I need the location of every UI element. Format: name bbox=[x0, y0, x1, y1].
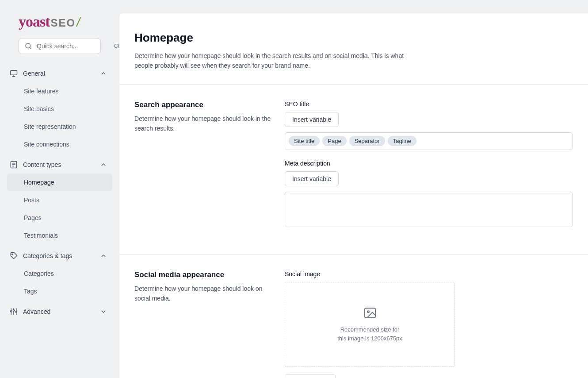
meta-description-input[interactable] bbox=[285, 192, 573, 227]
variable-token[interactable]: Site title bbox=[289, 136, 320, 146]
section-search-appearance: Search appearance Determine how your hom… bbox=[119, 85, 588, 255]
field-social-image: Social image Recommended size for this i… bbox=[285, 270, 573, 378]
section-title: Social media appearance bbox=[134, 270, 271, 279]
nav-group: Content typesHomepagePostsPagesTestimoni… bbox=[6, 156, 113, 244]
search-input[interactable] bbox=[37, 42, 114, 50]
nav-group-label: Content types bbox=[23, 161, 100, 168]
nav-group-icon bbox=[9, 69, 19, 78]
sidebar: yoastSEO/ CtrlK GeneralSite featuresSite… bbox=[0, 0, 119, 378]
search-input-wrapper[interactable]: CtrlK bbox=[19, 38, 101, 54]
nav-group-header[interactable]: Advanced bbox=[6, 303, 113, 320]
nav-item[interactable]: Site connections bbox=[7, 135, 112, 153]
nav-group-icon bbox=[9, 160, 19, 169]
nav-item[interactable]: Categories bbox=[7, 265, 112, 282]
nav-group-header[interactable]: Content types bbox=[6, 156, 113, 174]
svg-rect-19 bbox=[365, 309, 375, 318]
page-header: Homepage Determine how your homepage sho… bbox=[119, 13, 588, 85]
section-title: Search appearance bbox=[134, 100, 271, 109]
nav-group: Categories & tagsCategoriesTags bbox=[6, 247, 113, 300]
svg-point-0 bbox=[26, 43, 31, 48]
section-social-appearance: Social media appearance Determine how yo… bbox=[119, 255, 588, 378]
svg-rect-2 bbox=[11, 70, 17, 75]
page-title: Homepage bbox=[134, 31, 573, 45]
navigation: GeneralSite featuresSite basicsSite repr… bbox=[6, 65, 113, 320]
seo-title-label: SEO title bbox=[285, 100, 573, 108]
logo-slash: / bbox=[76, 15, 80, 29]
image-icon bbox=[362, 306, 378, 320]
chevron-down-icon bbox=[100, 308, 107, 315]
nav-item[interactable]: Site representation bbox=[7, 118, 112, 135]
nav-group-icon bbox=[9, 251, 19, 260]
nav-item[interactable]: Site features bbox=[7, 82, 112, 100]
variable-token[interactable]: Tagline bbox=[388, 136, 416, 146]
section-description: Determine how your homepage should look … bbox=[134, 114, 271, 134]
svg-point-9 bbox=[11, 254, 13, 255]
insert-variable-button[interactable]: Insert variable bbox=[285, 171, 339, 186]
page-description: Determine how your homepage should look … bbox=[134, 51, 409, 71]
nav-item[interactable]: Pages bbox=[7, 209, 112, 227]
svg-line-1 bbox=[30, 47, 31, 49]
svg-point-18 bbox=[15, 311, 17, 312]
insert-variable-button[interactable]: Insert variable bbox=[285, 112, 339, 127]
nav-item[interactable]: Tags bbox=[7, 282, 112, 300]
nav-group-header[interactable]: Categories & tags bbox=[6, 247, 113, 265]
social-image-dropzone[interactable]: Recommended size for this image is 1200x… bbox=[285, 282, 455, 367]
logo-product: SEO bbox=[51, 17, 76, 29]
nav-item[interactable]: Testimonials bbox=[7, 227, 112, 244]
chevron-up-icon bbox=[100, 70, 107, 77]
search-icon bbox=[24, 42, 32, 50]
field-seo-title: SEO title Insert variable Site titlePage… bbox=[285, 100, 573, 150]
nav-group-label: Advanced bbox=[23, 308, 100, 315]
variable-token[interactable]: Separator bbox=[349, 136, 385, 146]
nav-item[interactable]: Posts bbox=[7, 191, 112, 209]
svg-point-16 bbox=[11, 311, 12, 312]
social-image-hint: Recommended size for this image is 1200x… bbox=[337, 325, 403, 343]
logo-brand: yoast bbox=[19, 13, 50, 30]
social-image-label: Social image bbox=[285, 270, 573, 278]
section-description: Determine how your homepage should look … bbox=[134, 284, 271, 304]
nav-group: GeneralSite featuresSite basicsSite repr… bbox=[6, 65, 113, 153]
seo-title-input[interactable]: Site titlePageSeparatorTagline bbox=[285, 132, 573, 150]
main-content: Homepage Determine how your homepage sho… bbox=[119, 13, 588, 378]
logo: yoastSEO/ bbox=[6, 13, 113, 38]
nav-group-label: Categories & tags bbox=[23, 252, 100, 259]
svg-point-20 bbox=[367, 311, 369, 313]
nav-item[interactable]: Homepage bbox=[7, 174, 112, 191]
nav-item[interactable]: Site basics bbox=[7, 100, 112, 118]
nav-group: Advanced bbox=[6, 303, 113, 320]
chevron-up-icon bbox=[100, 252, 107, 259]
variable-token[interactable]: Page bbox=[322, 136, 346, 146]
chevron-up-icon bbox=[100, 161, 107, 168]
nav-group-label: General bbox=[23, 70, 100, 77]
meta-description-label: Meta description bbox=[285, 160, 573, 167]
field-meta-description: Meta description Insert variable bbox=[285, 160, 573, 228]
nav-group-icon bbox=[9, 307, 19, 316]
nav-group-header[interactable]: General bbox=[6, 65, 113, 82]
select-image-button[interactable]: Select image bbox=[285, 374, 336, 378]
svg-point-17 bbox=[13, 310, 14, 311]
